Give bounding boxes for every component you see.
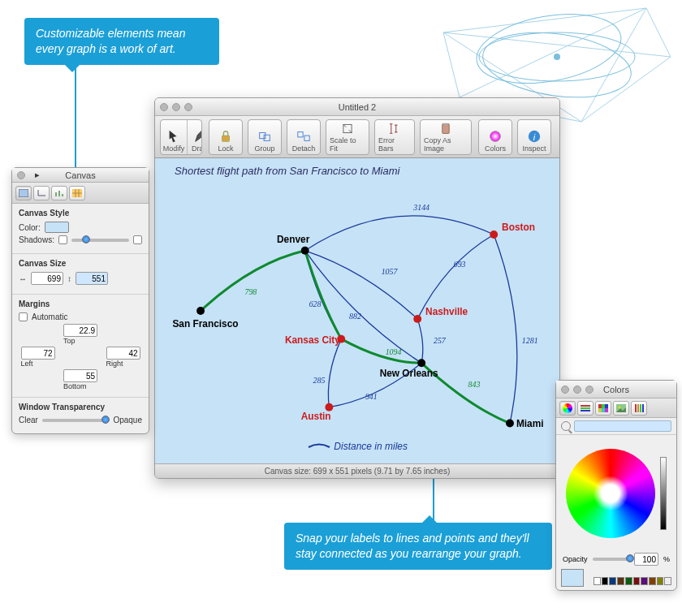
tab-bars[interactable] [51,186,67,200]
auto-margins-checkbox[interactable] [19,312,28,321]
color-swatch-well[interactable] [664,577,671,585]
tab-canvas[interactable] [15,186,32,200]
edge-label: 1094 [386,347,402,356]
edge-label: 843 [468,380,481,389]
svg-rect-31 [581,407,590,409]
node-label: Nashville [425,306,468,317]
panel-title: Canvas [12,170,149,180]
svg-rect-25 [19,189,28,197]
panel-titlebar[interactable]: ▸ Canvas [12,168,149,183]
margin-bottom-label: Bottom [63,382,97,390]
color-swatch-well[interactable] [594,577,601,585]
height-input[interactable] [76,272,108,285]
clipboard-icon [438,122,453,136]
height-icon: ↕ [67,274,71,283]
scale-icon [340,122,355,136]
node-label: Kansas City [285,334,340,346]
opacity-label: Opacity [563,555,588,563]
svg-point-17 [196,307,205,315]
tab-sliders[interactable] [577,401,594,416]
pen-icon [193,129,203,144]
tab-grid[interactable] [69,186,85,200]
color-search [556,418,676,435]
section-canvas-style: Canvas Style Color: Shadows: [12,204,149,254]
group-button[interactable]: Group [248,119,282,155]
color-swatch-well[interactable] [625,577,632,585]
svg-point-24 [506,420,514,428]
svg-rect-30 [581,405,590,407]
node-label: Austin [301,411,331,422]
search-icon[interactable] [561,421,571,431]
canvas-inspector-panel[interactable]: ▸ Canvas Canvas Style Color: Shadows: Ca… [11,167,149,434]
graph-svg: 798 3144 1057 628 882 693 1281 285 1094 … [155,158,559,463]
current-color-swatch[interactable] [561,569,584,587]
tab-axes[interactable] [33,186,50,200]
window-titlebar[interactable]: Untitled 2 [155,98,559,116]
node-label: Boston [502,222,535,233]
svg-rect-26 [55,192,57,196]
color-swatch-well[interactable] [657,577,664,585]
margin-right-input[interactable] [106,347,140,360]
transparency-slider[interactable] [42,419,110,422]
colors-button[interactable]: Colors [478,119,512,155]
scale-button[interactable]: Scale to Fit [326,119,369,155]
edge-label: 1281 [522,336,538,345]
margin-bottom-input[interactable] [63,369,97,382]
margin-left-input[interactable] [21,347,55,360]
swatch-wells[interactable] [589,575,676,590]
tab-wheel[interactable] [559,401,576,416]
color-swatch-well[interactable] [602,577,609,585]
clear-label: Clear [19,416,38,424]
pointer-icon [166,129,181,144]
search-input[interactable] [574,420,671,432]
modify-label: Modify [163,144,185,153]
color-swatch-well[interactable] [617,577,624,585]
copyimage-button[interactable]: Copy As Image [420,119,472,155]
panel-titlebar[interactable]: Colors [556,381,676,398]
callout-customizable: Customizable elements mean every graph i… [24,18,219,65]
auto-label: Automatic [32,312,67,321]
color-swatch-well[interactable] [609,577,616,585]
edge-label: 3144 [412,203,429,212]
svg-rect-12 [443,123,447,126]
canvas-color-swatch[interactable] [45,222,69,233]
width-input[interactable] [31,272,63,285]
svg-rect-38 [605,408,608,412]
margin-left-label: Left [21,360,55,368]
edge-label: 882 [349,312,361,321]
svg-rect-11 [442,124,450,134]
svg-rect-43 [640,404,641,412]
color-swatch-well[interactable] [649,577,656,585]
shadows-label: Shadows: [19,235,54,244]
opacity-slider[interactable] [593,558,629,561]
shadows-left-checkbox[interactable] [58,235,67,244]
lock-button[interactable]: Lock [209,119,243,155]
canvas-area[interactable]: Shortest flight path from San Francisco … [155,158,559,463]
inspect-button[interactable]: i Inspect [517,119,551,155]
color-swatch-well[interactable] [633,577,641,585]
opacity-input[interactable] [634,553,658,566]
colors-panel[interactable]: Colors Opacity % [555,380,677,591]
svg-point-1 [479,24,636,106]
errorbars-button[interactable]: Error Bars [374,119,415,155]
lock-label: Lock [218,144,233,153]
brightness-slider[interactable] [660,457,667,530]
shadows-slider[interactable] [71,239,129,242]
tab-crayons[interactable] [631,401,647,416]
tab-palettes[interactable] [595,401,611,416]
color-label: Color: [19,223,41,232]
edge-label: 941 [365,392,378,401]
document-window: Untitled 2 Modify Draw Fill A Text Lock [154,97,560,479]
svg-point-3 [554,54,560,60]
svg-rect-35 [605,404,608,408]
group-icon [257,129,272,144]
tab-image[interactable] [613,401,629,416]
color-swatch-well[interactable] [641,577,648,585]
color-wheel[interactable] [566,449,655,538]
detach-button[interactable]: Detach [287,119,321,155]
modify-button[interactable]: Modify [161,120,187,154]
margin-top-input[interactable] [63,324,97,337]
shadows-right-checkbox[interactable] [133,235,142,244]
draw-button[interactable]: Draw [187,120,202,154]
section-heading: Canvas Size [19,259,142,268]
